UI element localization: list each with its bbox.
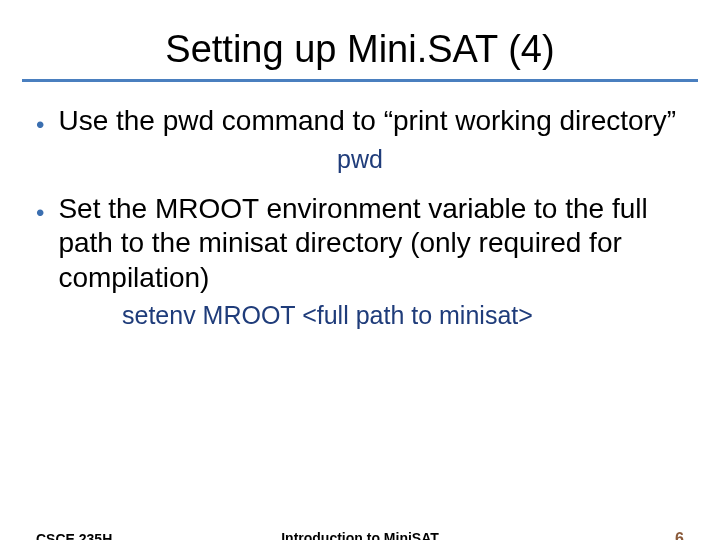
bullet-icon: • [36, 198, 44, 227]
bullet-item: • Set the MROOT environment variable to … [36, 192, 684, 294]
slide-content: • Use the pwd command to “print working … [36, 104, 684, 330]
bullet-item: • Use the pwd command to “print working … [36, 104, 684, 139]
footer-left: CSCE 235H [36, 531, 112, 540]
command-pwd: pwd [36, 145, 684, 174]
title-underline [22, 79, 698, 82]
slide-footer: CSCE 235H Introduction to MiniSAT 6 [0, 530, 720, 540]
bullet-icon: • [36, 110, 44, 139]
slide: Setting up Mini.SAT (4) • Use the pwd co… [0, 28, 720, 540]
slide-title: Setting up Mini.SAT (4) [0, 28, 720, 71]
bullet-text: Set the MROOT environment variable to th… [58, 192, 684, 294]
command-setenv: setenv MROOT <full path to minisat> [122, 301, 684, 330]
bullet-text: Use the pwd command to “print working di… [58, 104, 684, 138]
slide-number: 6 [675, 530, 684, 540]
